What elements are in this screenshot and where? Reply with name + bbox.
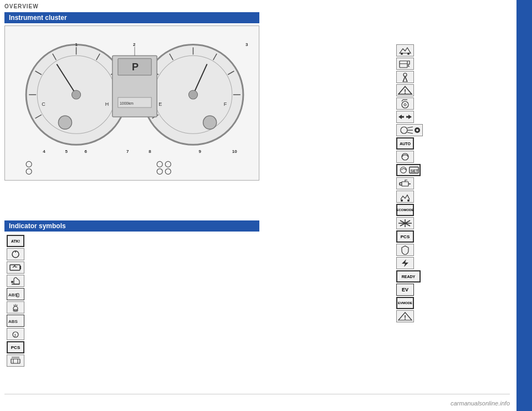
right-symbol-engine <box>396 177 507 189</box>
symbol-row-master <box>7 248 259 260</box>
right-icon-headlight <box>396 124 423 136</box>
symbol-icon-abs: ABS <box>7 315 24 327</box>
symbol-icon-traction: ABS <box>7 288 24 300</box>
right-symbol-eco: ECO MODE <box>396 204 507 216</box>
symbol-icon-maint <box>7 355 24 367</box>
right-icon-turn <box>396 111 414 123</box>
instrument-cluster-section: Instrument cluster C H <box>4 12 259 181</box>
svg-point-54 <box>165 169 171 174</box>
svg-point-67 <box>13 306 18 311</box>
right-symbol-ev: EV <box>396 284 507 296</box>
svg-point-75 <box>401 53 403 55</box>
right-icon-ev: EV <box>396 284 414 296</box>
svg-point-65 <box>11 281 13 283</box>
symbol-icon-oil <box>7 275 24 287</box>
svg-point-51 <box>157 161 162 167</box>
right-icon-auto: AUTO <box>396 137 414 150</box>
watermark: carmanualsonline.info <box>451 400 510 407</box>
right-icon-pcs2: PCS <box>396 230 414 243</box>
svg-text:SET: SET <box>411 168 419 173</box>
svg-text:5: 5 <box>65 149 68 154</box>
bottom-line <box>4 394 510 394</box>
symbol-icon-brake: ! <box>7 328 24 340</box>
right-icon-ready: READY <box>396 270 421 282</box>
right-icon-warn2 <box>396 310 414 322</box>
right-icon-tire <box>396 97 414 110</box>
svg-line-88 <box>407 132 413 133</box>
right-symbol-fuel <box>396 58 507 70</box>
symbol-icon-master <box>7 248 24 260</box>
svg-text:E: E <box>158 101 162 107</box>
right-symbol-evmode: EV MODE <box>396 297 507 309</box>
svg-point-107 <box>405 318 406 320</box>
symbol-row-airbag <box>7 301 259 314</box>
right-symbol-security <box>396 244 507 256</box>
svg-text:4: 4 <box>43 149 45 154</box>
svg-text:3: 3 <box>245 42 248 47</box>
cluster-illustration: C H 1 E F <box>9 30 254 176</box>
svg-text:7: 7 <box>126 149 129 154</box>
svg-point-13 <box>72 90 81 99</box>
symbol-row-atk: ATK! <box>7 235 259 247</box>
svg-point-83 <box>404 104 406 106</box>
right-icon-warning <box>396 84 414 96</box>
symbol-row-battery <box>7 261 259 274</box>
symbol-row-pcs: PCS <box>7 341 259 353</box>
svg-text:ABS: ABS <box>8 319 18 324</box>
svg-point-90 <box>416 129 418 131</box>
right-icon-vsc <box>396 44 414 56</box>
right-icon-eco: ECO MODE <box>396 204 414 216</box>
svg-point-76 <box>407 53 410 55</box>
right-icon-set: SET <box>396 164 421 176</box>
symbol-row-abs: ABS <box>7 315 259 327</box>
svg-rect-72 <box>11 359 20 363</box>
cluster-section-title: Instrument cluster <box>4 12 259 23</box>
svg-text:10: 10 <box>232 149 237 154</box>
right-symbol-headlight <box>396 124 507 136</box>
svg-point-53 <box>165 161 171 167</box>
right-symbol-warn2 <box>396 310 507 322</box>
symbol-icon-battery <box>7 261 24 274</box>
svg-rect-77 <box>400 61 407 68</box>
symbol-icon-atk: ATK! <box>7 235 24 247</box>
right-symbols-column: AUTO SET ECO MODE PCS <box>396 44 507 322</box>
right-symbol-snow <box>396 217 507 229</box>
right-symbol-pcs2: PCS <box>396 230 507 243</box>
indicator-symbols-grid: ATK! ABS AB <box>4 235 259 367</box>
svg-point-79 <box>403 73 407 76</box>
right-icon-security <box>396 244 414 256</box>
right-icon-seatbelt <box>396 71 414 83</box>
svg-text:2: 2 <box>133 42 136 47</box>
svg-point-82 <box>402 101 408 108</box>
svg-point-91 <box>402 153 408 160</box>
symbol-row-brake-warning: ! <box>7 328 259 340</box>
right-icon-cruise <box>396 151 414 163</box>
svg-rect-61 <box>20 266 21 269</box>
svg-point-85 <box>401 127 407 133</box>
right-symbol-warning <box>396 84 507 96</box>
right-symbol-auto: AUTO <box>396 137 507 150</box>
svg-text:C: C <box>42 101 45 107</box>
svg-text:!: ! <box>14 333 16 338</box>
cluster-box: C H 1 E F <box>4 25 259 181</box>
right-icon-hybrid <box>396 257 414 269</box>
right-symbol-tire <box>396 97 507 110</box>
page-header: OVERVIEW <box>4 3 39 9</box>
symbol-icon-pcs: PCS <box>7 341 24 353</box>
svg-point-56 <box>58 116 71 129</box>
svg-point-52 <box>157 169 162 174</box>
symbol-icon-airbag <box>7 301 24 314</box>
right-icon-engine <box>396 177 414 189</box>
svg-rect-95 <box>402 182 408 186</box>
right-icon-evmode: EV MODE <box>396 297 414 309</box>
right-icon-snow <box>396 217 414 229</box>
symbol-row-traction: ABS <box>7 288 259 300</box>
right-icon-traction <box>396 191 414 203</box>
svg-point-29 <box>188 90 197 99</box>
svg-point-92 <box>400 167 406 173</box>
header-title: OVERVIEW <box>4 3 39 9</box>
symbol-row-maint <box>7 355 259 367</box>
right-symbol-hybrid <box>396 257 507 269</box>
svg-text:F: F <box>224 101 227 107</box>
svg-point-46 <box>26 169 32 174</box>
